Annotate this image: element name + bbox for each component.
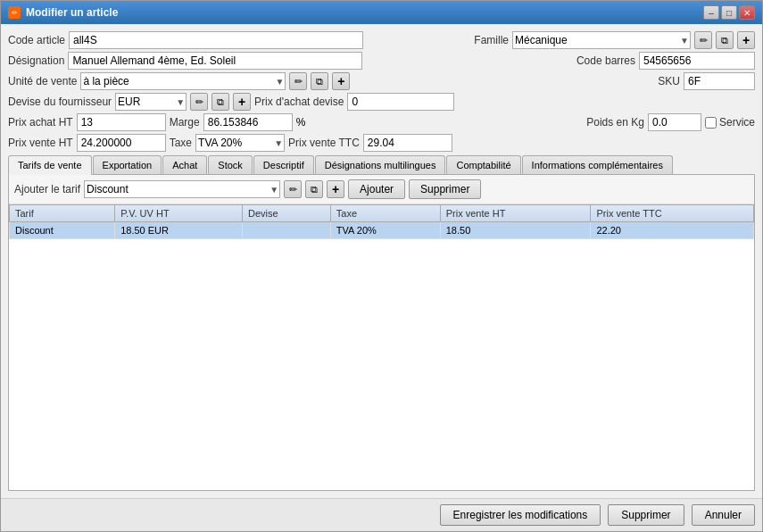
tarif-table: Tarif P.V. UV HT Devise Taxe Prix vente … [9,204,754,239]
prix-vente-ht-label: Prix vente HT [8,137,73,149]
table-header-row: Tarif P.V. UV HT Devise Taxe Prix vente … [10,205,754,222]
cell-prix-vente-ht: 18.50 [440,222,591,239]
sku-input[interactable] [684,72,755,90]
footer-bar: Enregistrer les modifications Supprimer … [1,498,762,531]
poids-input[interactable] [648,113,701,131]
tab-tarifs[interactable]: Tarifs de vente [8,155,92,175]
ajouter-tarif-label: Ajouter le tarif [14,183,80,195]
app-icon: ✏ [8,6,21,19]
prix-vente-ttc-input[interactable] [363,134,452,152]
code-barres-input[interactable] [639,52,755,70]
poids-label: Poids en Kg [586,116,644,129]
designation-label: Désignation [8,54,64,67]
cell-tarif: Discount [10,222,115,239]
col-tarif: Tarif [10,205,115,222]
supprimer-button[interactable]: Supprimer [608,504,684,526]
devise-select[interactable]: EUR [115,93,187,111]
tarif-edit-icon[interactable]: ✏ [284,180,302,198]
tab-stock[interactable]: Stock [208,155,253,174]
code-barres-label: Code barres [576,54,635,67]
prix-vente-ht-input[interactable] [77,134,166,152]
window-title: Modifier un article [26,6,118,19]
col-pvuvht: P.V. UV HT [115,205,243,222]
service-label: Service [719,116,755,129]
cell-prix-vente-ttc: 22.20 [591,222,754,239]
row-devise-prix: Devise du fournisseur EUR ▼ ✏ ⧉ + Prix d… [8,93,755,111]
famille-select[interactable]: Mécanique [512,31,691,49]
service-checkbox-label: Service [705,116,755,129]
marge-input[interactable] [203,113,293,131]
marge-label: Marge [170,116,200,129]
unite-vente-label: Unité de vente [8,75,77,87]
tarif-add-icon[interactable]: + [327,180,344,198]
col-devise: Devise [243,205,331,222]
enregistrer-button[interactable]: Enregistrer les modifications [440,504,601,526]
sku-label: SKU [658,75,680,87]
row-unite-sku: Unité de vente à la pièce ▼ ✏ ⧉ + SKU [8,72,755,90]
devise-copy-icon[interactable]: ⧉ [211,93,229,111]
window-controls: – □ ✕ [703,5,755,20]
col-prix-vente-ht: Prix vente HT [440,205,591,222]
code-article-input[interactable] [69,31,363,49]
designation-input[interactable] [68,52,362,70]
prix-achat-devise-input[interactable] [347,93,454,111]
main-content: Code article Famille Mécanique ▼ ✏ ⧉ + D… [1,24,762,498]
minimize-button[interactable]: – [703,5,719,20]
tabs-container: Tarifs de vente Exportation Achat Stock … [8,155,755,491]
unite-vente-select[interactable]: à la pièce [80,72,286,90]
cell-pvuvht: 18.50 EUR [115,222,243,239]
devise-label: Devise du fournisseur [8,96,112,108]
tab-descriptif[interactable]: Descriptif [253,155,314,174]
tarif-copy-icon[interactable]: ⧉ [305,180,323,198]
main-window: ✏ Modifier un article – □ ✕ Code article… [0,0,763,532]
prix-achat-ht-label: Prix achat HT [8,116,73,129]
tab-designations[interactable]: Désignations multilingues [315,155,446,174]
taxe-select[interactable]: TVA 20% [195,134,285,152]
col-prix-vente-ttc: Prix vente TTC [591,205,754,222]
cell-devise [243,222,331,239]
tab-infos[interactable]: Informations complémentaires [522,155,673,174]
famille-copy-icon[interactable]: ⧉ [716,31,734,49]
table-row[interactable]: Discount 18.50 EUR TVA 20% 18.50 22.20 [10,222,754,239]
prix-achat-devise-label: Prix d'achat devise [254,96,344,108]
tabs-bar: Tarifs de vente Exportation Achat Stock … [8,155,755,175]
annuler-button[interactable]: Annuler [692,504,755,526]
col-taxe: Taxe [330,205,440,222]
article-form: Code article Famille Mécanique ▼ ✏ ⧉ + D… [8,31,755,152]
tab-achat[interactable]: Achat [162,155,207,174]
marge-percent: % [296,116,306,129]
maximize-button[interactable]: □ [721,5,737,20]
tab-content-tarifs: Ajouter le tarif Discount ▼ ✏ ⧉ + Ajoute… [8,175,755,491]
row-designation-codebarres: Désignation Code barres [8,52,755,70]
unite-copy-icon[interactable]: ⧉ [311,72,328,90]
devise-add-icon[interactable]: + [233,93,251,111]
supprimer-tarif-button[interactable]: Supprimer [409,179,481,199]
prix-achat-ht-input[interactable] [77,113,166,131]
cell-taxe: TVA 20% [330,222,440,239]
tarif-table-container: Tarif P.V. UV HT Devise Taxe Prix vente … [9,204,754,490]
devise-edit-icon[interactable]: ✏ [190,93,208,111]
tab-exportation[interactable]: Exportation [93,155,162,174]
unite-add-icon[interactable]: + [332,72,350,90]
row-code-famille: Code article Famille Mécanique ▼ ✏ ⧉ + [8,31,755,49]
prix-vente-ttc-label: Prix vente TTC [288,137,360,149]
title-bar: ✏ Modifier un article – □ ✕ [1,1,762,24]
row-achat-marge-poids: Prix achat HT Marge % Poids en Kg Servic… [8,113,755,131]
taxe-label: Taxe [170,137,192,149]
famille-label: Famille [474,34,509,46]
close-button[interactable]: ✕ [739,5,755,20]
code-article-label: Code article [8,34,65,46]
ajouter-button[interactable]: Ajouter [348,179,405,199]
ajouter-tarif-select[interactable]: Discount [84,180,280,198]
row-vente: Prix vente HT Taxe TVA 20% ▼ Prix vente … [8,134,755,152]
service-checkbox[interactable] [705,117,717,129]
tab-comptabilite[interactable]: Comptabilité [446,155,520,174]
unite-edit-icon[interactable]: ✏ [289,72,307,90]
tarif-toolbar: Ajouter le tarif Discount ▼ ✏ ⧉ + Ajoute… [9,175,754,204]
famille-edit-icon[interactable]: ✏ [694,31,712,49]
famille-add-icon[interactable]: + [737,31,755,49]
